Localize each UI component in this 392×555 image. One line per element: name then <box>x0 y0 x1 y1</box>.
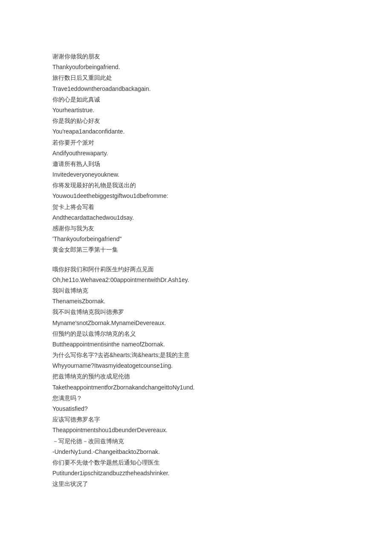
chinese-line: 我不叫兹博纳克我叫德弗罗 <box>52 307 340 317</box>
english-line: Trave1eddowntheroadandbackagain. <box>52 84 340 94</box>
chinese-line: 你将发现最好的礼物是我送出的 <box>52 180 340 191</box>
english-line: Whyyourname?Itwasmyideatogetcounse1ing. <box>52 360 340 371</box>
chinese-line: 哦你好我们和阿什莉医生约好两点见面 <box>52 264 340 275</box>
chinese-line: 谢谢你做我的朋友 <box>52 51 340 62</box>
english-line: You'reapa1andaconfidante. <box>52 126 340 137</box>
chinese-line: 感谢你与我为友 <box>52 223 340 234</box>
chinese-line: 但预约的是以兹博尔纳克的名义 <box>52 328 340 339</box>
english-line: ThenameisZbornak. <box>52 296 340 307</box>
english-line: Andifyouthrewaparty. <box>52 148 340 159</box>
english-line: Oh,he11o.Wehavea2:00appointmentwithDr.As… <box>52 275 340 285</box>
chinese-line: 贺卡上将会写着 <box>52 202 340 212</box>
spacer <box>52 256 340 264</box>
chinese-line: 为什么写你名字?去咨&hearts;询&hearts;是我的主意 <box>52 350 340 360</box>
english-line: Invitedeveryoneyouknew. <box>52 169 340 180</box>
chinese-line: 您满意吗？ <box>52 393 340 404</box>
chinese-line: 黄金女郎第三季第十一集 <box>52 244 340 255</box>
chinese-line: 你们要不先做个数学题然后通知心理医生 <box>52 457 340 468</box>
chinese-line: 我叫兹博纳克 <box>52 285 340 296</box>
chinese-line: 旅行数日后又重回此处 <box>52 73 340 83</box>
english-line: Theappointmentshou1dbeunderDevereaux. <box>52 425 340 436</box>
chinese-line: 若你要开个派对 <box>52 137 340 148</box>
chinese-line: 应该写德弗罗名字 <box>52 414 340 425</box>
english-line: Myname'snotZbornak.MynameiDevereaux. <box>52 318 340 328</box>
english-line: Yourheartistrue. <box>52 105 340 116</box>
english-line: Andthecardattachedwou1dsay. <box>52 212 340 223</box>
english-line: Yousatisfied? <box>52 404 340 414</box>
chinese-line: 把兹博纳克的预约改成尼伦德 <box>52 371 340 382</box>
chinese-line: 这里出状况了 <box>52 479 340 489</box>
english-line: TaketheappointmentforZbornakandchangeitt… <box>52 382 340 393</box>
chinese-line: 你是我的贴心好友 <box>52 116 340 126</box>
english-line: Buttheappointmentisinthe nameofZbornak. <box>52 339 340 350</box>
english-line: Youwou1deethebiggestgiftwou1dbefromme: <box>52 191 340 201</box>
chinese-line: 你的心是如此真诚 <box>52 94 340 105</box>
english-line: -UnderNy1und.-ChangeitbacktoZbornak. <box>52 447 340 457</box>
main-content: 谢谢你做我的朋友Thankyouforbeingafriend.旅行数日后又重回… <box>52 51 340 490</box>
chinese-line: －写尼伦德－改回兹博纳克 <box>52 436 340 447</box>
english-line: 'Thankyouforbeingafriend" <box>52 234 340 244</box>
english-line: Thankyouforbeingafriend. <box>52 62 340 73</box>
english-line: Putitunder1ipschitzandbuzztheheadshrinke… <box>52 468 340 479</box>
chinese-line: 邀请所有熟人到场 <box>52 159 340 169</box>
